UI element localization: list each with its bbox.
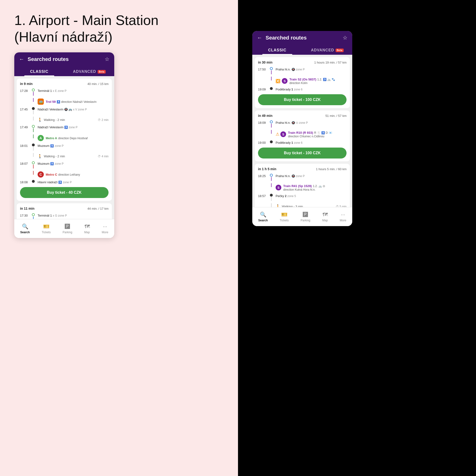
step-prahahlnr1: 17:50 Praha hl.n. 🚇 zone P bbox=[258, 67, 346, 75]
metroa-icon: A bbox=[38, 135, 44, 141]
train-r41-badge: S bbox=[276, 185, 281, 190]
bottom-nav-right: 🔍 Search 🎫 Tickets 🅿 Parking 🗺 Map ··· M… bbox=[252, 207, 352, 226]
step-podebrady2: 19:00 Poděbrady 1 zone 6 bbox=[258, 140, 346, 145]
search-label-left: Search bbox=[20, 231, 30, 234]
back-button-left[interactable]: ← bbox=[19, 56, 24, 62]
tabs-row-right: CLASSIC ADVANCED Beta bbox=[252, 45, 352, 55]
more-icon-left: ··· bbox=[103, 223, 107, 230]
nav-map-right[interactable]: 🗺 Map bbox=[322, 212, 328, 222]
buy-button-r1[interactable]: Buy ticket - 100 CZK bbox=[258, 94, 346, 105]
step-walk1: 🚶 Walking - 2 min ⏱ 2 min bbox=[20, 116, 108, 123]
search-label-right: Search bbox=[258, 219, 268, 222]
parking-icon-left: 🅿 bbox=[65, 223, 70, 230]
time-badge-1: in 9 min bbox=[20, 82, 33, 86]
train-r10-badge: S bbox=[280, 131, 286, 137]
map-label-left: Map bbox=[84, 231, 90, 234]
route-card-r2: in 49 min 51 min. / 57 km 18:09 Praha hl… bbox=[255, 110, 350, 161]
distance-1: 40 min. / 15 km bbox=[87, 82, 108, 86]
more-icon-right: ··· bbox=[341, 212, 345, 218]
step-terminal1: 17:28 Terminál 1 x E zone P bbox=[20, 88, 108, 96]
distance-2: 44 min. / 17 km bbox=[87, 207, 108, 210]
map-label-right: Map bbox=[322, 219, 328, 222]
step-muzeum2: 18:07 Muzeum ♿ zone P bbox=[20, 161, 108, 169]
step-muzeum1: 18:01 Muzeum ♿ zone P bbox=[20, 143, 108, 151]
step-hlavni: 18:08 Hlavní nádraží ♿ zone P bbox=[20, 180, 108, 184]
parking-label-right: Parking bbox=[301, 219, 310, 222]
tickets-icon-left: 🎫 bbox=[43, 223, 50, 230]
left-phone-screen: ← Searched routes ☆ CLASSIC ADVANCED Bet… bbox=[14, 52, 114, 238]
nav-parking-right[interactable]: 🅿 Parking bbox=[301, 212, 310, 222]
nav-more-right[interactable]: ··· More bbox=[340, 212, 346, 222]
step-trains2: 🔀 S Train S2 (Os 5837) 1.2. ♿ 🚲 🐾 direct… bbox=[258, 76, 346, 86]
more-label-right: More bbox=[340, 219, 346, 222]
nav-map-left[interactable]: 🗺 Map bbox=[84, 223, 90, 234]
step-trainr41: S Train R41 (Sp 1529) 1.2. 🚲 ⊙ direction… bbox=[258, 183, 346, 192]
beta-badge-right: Beta bbox=[336, 49, 344, 52]
time-badge-2: in 11 min bbox=[20, 206, 34, 210]
nav-tickets-right[interactable]: 🎫 Tickets bbox=[280, 212, 289, 222]
tab-classic-right[interactable]: CLASSIC bbox=[252, 45, 302, 55]
left-panel: 1. Airport - Main Station(Hlavní nádraží… bbox=[0, 0, 238, 476]
card-header-1: in 9 min 40 min. / 15 km bbox=[20, 82, 108, 86]
page-title: 1. Airport - Main Station(Hlavní nádraží… bbox=[14, 12, 158, 45]
warning-triangle-r10: ⚠ bbox=[276, 132, 279, 137]
right-phone-screen: ← Searched routes ☆ CLASSIC ADVANCED Bet… bbox=[252, 31, 352, 226]
train-s2-badge: S bbox=[282, 78, 288, 84]
step-podebrady1: 19:09 Poděbrady 1 zone 6 bbox=[258, 87, 346, 91]
nav-search-left[interactable]: 🔍 Search bbox=[20, 223, 30, 234]
step-metroa: A Metro A direction Depo Hostivař bbox=[20, 134, 108, 142]
step-metroc: C Metro C direction Letňany bbox=[20, 170, 108, 178]
tab-advanced-right[interactable]: ADVANCED Beta bbox=[302, 45, 352, 55]
bottom-nav-left: 🔍 Search 🎫 Tickets 🅿 Parking 🗺 Map ··· M… bbox=[14, 219, 114, 238]
buy-button-r2[interactable]: Buy ticket - 100 CZK bbox=[258, 148, 346, 158]
routes-container-right: in 30 min 1 hours 19 min. / 57 km 17:50 … bbox=[252, 55, 352, 221]
step-prahahlnr2: 18:09 Praha hl.n. 🚇 ⊙ zone P bbox=[258, 120, 346, 128]
header-title-right: Searched routes bbox=[266, 35, 340, 41]
app-header-left: ← Searched routes ☆ bbox=[14, 52, 114, 66]
nav-more-left[interactable]: ··· More bbox=[102, 223, 108, 234]
step-prahahlnr3: 18:25 Praha hl.n. 🚇 zone P bbox=[258, 174, 346, 181]
nav-parking-left[interactable]: 🅿 Parking bbox=[63, 223, 72, 234]
parking-label-left: Parking bbox=[63, 231, 72, 234]
parking-icon-right: 🅿 bbox=[303, 212, 308, 218]
favorite-button-right[interactable]: ☆ bbox=[343, 35, 347, 41]
tab-advanced-left[interactable]: ADVANCED Beta bbox=[64, 66, 114, 76]
tickets-icon-right: 🎫 bbox=[281, 212, 288, 218]
card-header-2: in 11 min 44 min. / 17 km bbox=[20, 206, 108, 210]
tab-classic-left[interactable]: CLASSIC bbox=[14, 66, 64, 76]
more-label-left: More bbox=[102, 231, 108, 234]
step-walk2: 🚶 Walking - 2 min ⏱ 4 min bbox=[20, 153, 108, 160]
map-icon-left: 🗺 bbox=[85, 223, 90, 230]
search-icon-right: 🔍 bbox=[260, 212, 266, 218]
tabs-row-left: CLASSIC ADVANCED Beta bbox=[14, 66, 114, 76]
route-card-r1: in 30 min 1 hours 19 min. / 57 km 17:50 … bbox=[255, 57, 350, 108]
nav-search-right[interactable]: 🔍 Search bbox=[258, 212, 268, 222]
trol59-icon: 🚎 bbox=[38, 99, 44, 105]
routes-container-left: in 9 min 40 min. / 15 km 17:28 Terminál … bbox=[14, 76, 114, 233]
step-pecky: 18:57 Pečky 2 zone 5 bbox=[258, 194, 346, 201]
step-nadraziveleslavin1: 17:45 Nádraží Veleslavín 🚇 🚌 x V zone P bbox=[20, 107, 108, 115]
step-trainr10: ⚠ S Train R10 (R 933) R 🍴 ♿ D 📧 directio… bbox=[258, 130, 346, 139]
favorite-button-left[interactable]: ☆ bbox=[105, 56, 109, 62]
route-card-1: in 9 min 40 min. / 15 km 17:28 Terminál … bbox=[17, 79, 112, 201]
beta-badge-left: Beta bbox=[98, 70, 106, 73]
tickets-label-right: Tickets bbox=[280, 219, 289, 222]
tickets-label-left: Tickets bbox=[42, 231, 51, 234]
search-icon-left: 🔍 bbox=[22, 223, 28, 230]
back-button-right[interactable]: ← bbox=[257, 35, 262, 41]
metroc-icon: C bbox=[38, 171, 44, 178]
map-icon-right: 🗺 bbox=[323, 212, 328, 218]
buy-button-1[interactable]: Buy ticket - 40 CZK bbox=[20, 187, 108, 198]
step-nadraziveleslavin2: 17:49 Nádraží Veleslavín ♿ zone P bbox=[20, 125, 108, 133]
step-trol59: 🚎 Trol 59 ♿ direction Nádraží Veleslavín bbox=[20, 98, 108, 106]
app-header-right: ← Searched routes ☆ bbox=[252, 31, 352, 45]
header-title-left: Searched routes bbox=[28, 56, 102, 62]
nav-tickets-left[interactable]: 🎫 Tickets bbox=[42, 223, 51, 234]
